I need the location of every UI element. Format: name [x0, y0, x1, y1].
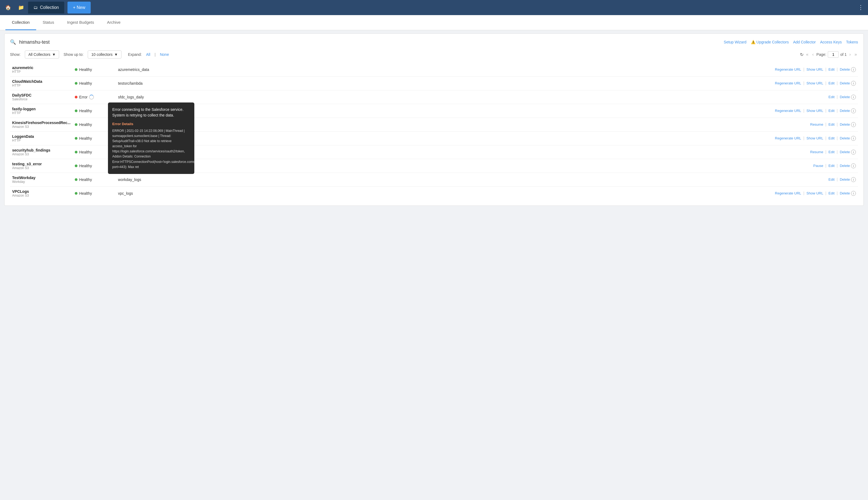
action-regenerate-url[interactable]: Regenerate URL [775, 136, 801, 140]
first-page-button[interactable]: « [805, 52, 810, 57]
table-row: VPCLogs Amazon S3 Healthyvpc_logsRegener… [10, 186, 858, 200]
files-button[interactable]: 📁 [15, 2, 27, 13]
table-row: CloudWatchData HTTP Healthytestsrc/lambd… [10, 77, 858, 90]
source-name: azuremetrics_data [118, 67, 149, 72]
action-edit[interactable]: Edit [828, 178, 835, 182]
status-label: Healthy [79, 81, 92, 86]
action-delete[interactable]: Delete [840, 81, 850, 85]
info-icon[interactable]: i [851, 67, 856, 72]
search-input[interactable] [19, 39, 82, 45]
access-keys-link[interactable]: Access Keys [820, 40, 842, 44]
action-edit[interactable]: Edit [828, 123, 835, 126]
tab-ingest-budgets[interactable]: Ingest Budgets [60, 15, 100, 30]
next-page-button[interactable]: › [848, 52, 852, 57]
action-delete[interactable]: Delete [840, 164, 850, 168]
action-show-url[interactable]: Show URL [806, 109, 823, 113]
action-delete[interactable]: Delete [840, 136, 850, 140]
refresh-button[interactable]: ↻ [800, 52, 803, 57]
action-edit[interactable]: Edit [828, 95, 835, 99]
action-show-url[interactable]: Show URL [806, 67, 823, 71]
info-icon[interactable]: i [851, 122, 856, 127]
row-actions: Pause | Edit | Deletei [348, 159, 858, 173]
action-edit[interactable]: Edit [828, 109, 835, 113]
table-row: DailySFDC Salesforce Errorsfdc_logs_dail… [10, 90, 858, 104]
action-delete[interactable]: Delete [840, 67, 850, 71]
action-edit[interactable]: Edit [828, 150, 835, 154]
add-collector-link[interactable]: Add Collector [793, 40, 816, 44]
action-show-url[interactable]: Show URL [806, 81, 823, 85]
action-resume[interactable]: Resume [810, 150, 823, 154]
top-nav: 🏠 📁 🗂 Collection + New ⋮ [0, 0, 868, 15]
info-icon[interactable]: i [851, 109, 856, 113]
show-label: Show: [10, 52, 21, 57]
action-edit[interactable]: Edit [828, 67, 835, 71]
collector-type: HTTP [12, 83, 70, 87]
status-label: Healthy [79, 136, 92, 140]
action-separator: | [824, 122, 827, 126]
action-separator: | [824, 136, 827, 140]
setup-wizard-link[interactable]: Setup Wizard [724, 40, 747, 44]
action-edit[interactable]: Edit [828, 191, 835, 195]
action-regenerate-url[interactable]: Regenerate URL [775, 67, 801, 71]
status-dot [75, 164, 77, 167]
action-regenerate-url[interactable]: Regenerate URL [775, 81, 801, 85]
status-label: Healthy [79, 150, 92, 154]
tokens-link[interactable]: Tokens [846, 40, 858, 44]
upgrade-warning-icon: ⚠️ [751, 40, 755, 44]
action-edit[interactable]: Edit [828, 136, 835, 140]
action-separator: | [824, 150, 827, 154]
row-actions: Edit | Deletei [348, 90, 858, 104]
action-resume[interactable]: Resume [810, 123, 823, 126]
action-regenerate-url[interactable]: Regenerate URL [775, 191, 801, 195]
row-actions: Regenerate URL | Show URL | Edit | Delet… [348, 77, 858, 90]
info-icon[interactable]: i [851, 95, 856, 100]
action-delete[interactable]: Delete [840, 191, 850, 195]
show-up-to-dropdown[interactable]: 10 collectors ▼ [88, 50, 121, 58]
expand-all-link[interactable]: All [146, 52, 150, 57]
action-separator: | [824, 191, 827, 195]
action-delete[interactable]: Delete [840, 178, 850, 182]
tab-archive[interactable]: Archive [100, 15, 127, 30]
info-icon[interactable]: i [851, 177, 856, 182]
action-edit[interactable]: Edit [828, 81, 835, 85]
source-name: sfdc_logs_daily [118, 95, 144, 99]
tab-status[interactable]: Status [36, 15, 61, 30]
action-separator: | [824, 67, 827, 71]
home-button[interactable]: 🏠 [2, 2, 14, 13]
action-regenerate-url[interactable]: Regenerate URL [775, 109, 801, 113]
info-icon[interactable]: i [851, 163, 856, 168]
collector-type: HTTP [12, 139, 70, 143]
action-delete[interactable]: Delete [840, 123, 850, 126]
action-show-url[interactable]: Show URL [806, 191, 823, 195]
table-row: TestWorkday Workday Healthyworkday_logsE… [10, 173, 858, 186]
new-button[interactable]: + New [67, 2, 91, 13]
action-delete[interactable]: Delete [840, 95, 850, 99]
action-delete[interactable]: Delete [840, 150, 850, 154]
collector-type: Amazon S3 [12, 125, 70, 129]
expand-label: Expand: [128, 52, 142, 57]
tooltip-error-text: ERROR | 2021-02-15 14:22:08,069 | MainTh… [112, 128, 190, 170]
collection-tab[interactable]: 🗂 Collection [28, 2, 64, 13]
last-page-button[interactable]: » [854, 52, 858, 57]
page-input[interactable] [828, 51, 838, 58]
info-icon[interactable]: i [851, 191, 856, 196]
status-label: Healthy [79, 109, 92, 113]
info-icon[interactable]: i [851, 150, 856, 155]
action-pause[interactable]: Pause [813, 164, 823, 168]
collector-type: Amazon S3 [12, 194, 70, 197]
action-show-url[interactable]: Show URL [806, 136, 823, 140]
action-edit[interactable]: Edit [828, 164, 835, 168]
upgrade-collectors-link[interactable]: ⚠️ Upgrade Collectors [751, 40, 789, 44]
prev-page-button[interactable]: ‹ [811, 52, 814, 57]
info-icon[interactable]: i [851, 81, 856, 86]
collector-type: Salesforce [12, 98, 70, 101]
expand-none-link[interactable]: None [160, 52, 169, 57]
source-name: workday_logs [118, 178, 141, 182]
nav-menu-dots[interactable]: ⋮ [856, 2, 866, 13]
show-dropdown[interactable]: All Collectors ▼ [25, 50, 59, 58]
action-delete[interactable]: Delete [840, 109, 850, 113]
status-label: Healthy [79, 164, 92, 168]
status-dot [75, 123, 77, 126]
tab-collection[interactable]: Collection [5, 15, 36, 30]
info-icon[interactable]: i [851, 136, 856, 141]
